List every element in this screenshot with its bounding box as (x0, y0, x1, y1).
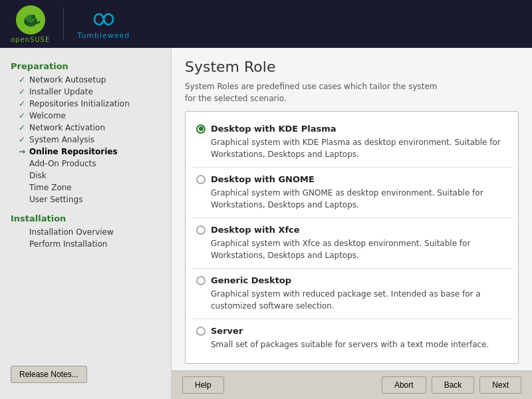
svg-point-2 (31, 15, 35, 19)
role-item-xfce[interactable]: Desktop with Xfce Graphical system with … (186, 218, 518, 268)
role-header-xfce: Desktop with Xfce (196, 225, 507, 235)
content-header: System Role System Roles are predefined … (172, 48, 532, 111)
release-notes-button[interactable]: Release Notes... (11, 366, 87, 383)
role-radio-kde[interactable] (196, 124, 205, 134)
role-item-kde-plasma[interactable]: Desktop with KDE Plasma Graphical system… (186, 117, 518, 167)
sidebar-item-installer-update[interactable]: ✓ Installer Update (0, 86, 171, 98)
sidebar-label-welcome: Welcome (29, 111, 66, 120)
check-icon: ✓ (19, 123, 25, 132)
installation-section-title: Installation (0, 211, 171, 226)
role-name-generic: Generic Desktop (211, 275, 291, 285)
sidebar-label-installer-update: Installer Update (29, 87, 93, 96)
role-item-generic-desktop[interactable]: Generic Desktop Graphical system with re… (186, 269, 518, 319)
roles-scroll[interactable]: Desktop with KDE Plasma Graphical system… (186, 112, 518, 363)
opensuse-logo: openSUSE (11, 5, 50, 43)
tumbleweed-logo: Tumbleweed (77, 9, 130, 40)
next-button[interactable]: Next (479, 376, 521, 394)
check-icon: ✓ (19, 111, 25, 120)
check-icon: ✓ (19, 87, 25, 96)
sidebar-label-repositories-init: Repositories Initialization (29, 99, 130, 108)
role-name-gnome: Desktop with GNOME (211, 174, 315, 184)
sidebar-item-disk[interactable]: Disk (0, 170, 171, 182)
role-desc-generic: Graphical system with reduced package se… (211, 288, 507, 312)
sidebar-item-time-zone[interactable]: Time Zone (0, 182, 171, 194)
role-name-xfce: Desktop with Xfce (211, 225, 300, 235)
main-layout: Preparation ✓ Network Autosetup ✓ Instal… (0, 48, 532, 399)
tumbleweed-icon (89, 9, 118, 30)
check-icon: ✓ (19, 135, 25, 144)
role-desc-gnome: Graphical system with GNOME as desktop e… (211, 187, 507, 211)
role-radio-server[interactable] (196, 327, 205, 336)
sidebar-item-add-on-products[interactable]: Add-On Products (0, 158, 171, 170)
check-icon: ✓ (19, 75, 25, 84)
preparation-section-title: Preparation (0, 59, 171, 74)
sidebar-item-perform-installation[interactable]: Perform Installation (0, 238, 171, 250)
tumbleweed-text: Tumbleweed (77, 31, 130, 40)
role-radio-generic[interactable] (196, 276, 205, 285)
role-desc-server: Small set of packages suitable for serve… (211, 338, 507, 350)
sidebar-label-network-autosetup: Network Autosetup (29, 75, 106, 84)
sidebar-label-installation-overview: Installation Overview (29, 227, 114, 237)
role-desc-kde: Graphical system with KDE Plasma as desk… (211, 136, 507, 160)
role-item-gnome[interactable]: Desktop with GNOME Graphical system with… (186, 168, 518, 217)
role-header-gnome: Desktop with GNOME (196, 174, 507, 184)
opensuse-logo-circle (16, 5, 45, 35)
back-button[interactable]: Back (432, 376, 475, 394)
check-icon: ✓ (19, 99, 25, 108)
bottom-bar: Help Abort Back Next (172, 370, 532, 399)
sidebar-footer: Release Notes... (0, 358, 171, 391)
header-divider (63, 7, 64, 41)
sidebar-item-user-settings[interactable]: User Settings (0, 194, 171, 205)
page-description: System Roles are predefined use cases wh… (185, 80, 519, 104)
svg-point-3 (25, 21, 29, 24)
role-item-server[interactable]: Server Small set of packages suitable fo… (186, 319, 518, 357)
role-desc-xfce: Graphical system with Xfce as desktop en… (211, 237, 507, 261)
sidebar-item-network-autosetup[interactable]: ✓ Network Autosetup (0, 74, 171, 86)
sidebar-label-user-settings: User Settings (29, 195, 82, 204)
role-radio-gnome[interactable] (196, 175, 205, 184)
roles-container: Desktop with KDE Plasma Graphical system… (185, 111, 519, 364)
sidebar-item-welcome[interactable]: ✓ Welcome (0, 110, 171, 122)
sidebar-item-installation-overview[interactable]: Installation Overview (0, 226, 171, 238)
role-radio-xfce[interactable] (196, 225, 205, 235)
sidebar-item-network-activation[interactable]: ✓ Network Activation (0, 122, 171, 134)
sidebar-label-time-zone: Time Zone (29, 183, 72, 192)
role-header-server: Server (196, 326, 507, 336)
role-header-generic: Generic Desktop (196, 275, 507, 285)
sidebar-label-online-repositories: Online Repositories (29, 147, 118, 156)
sidebar-label-disk: Disk (29, 171, 47, 180)
sidebar-label-add-on-products: Add-On Products (29, 159, 96, 168)
sidebar: Preparation ✓ Network Autosetup ✓ Instal… (0, 48, 172, 399)
abort-button[interactable]: Abort (382, 376, 426, 394)
arrow-icon: → (19, 147, 25, 156)
sidebar-item-system-analysis[interactable]: ✓ System Analysis (0, 134, 171, 146)
sidebar-label-system-analysis: System Analysis (29, 135, 94, 144)
sidebar-item-online-repositories[interactable]: → Online Repositories (0, 146, 171, 158)
page-title: System Role (185, 59, 519, 75)
header: openSUSE Tumbleweed (0, 0, 532, 48)
sidebar-label-perform-installation: Perform Installation (29, 239, 107, 249)
sidebar-item-repositories-init[interactable]: ✓ Repositories Initialization (0, 98, 171, 110)
opensuse-text: openSUSE (11, 36, 50, 43)
sidebar-label-network-activation: Network Activation (29, 123, 105, 132)
role-name-kde: Desktop with KDE Plasma (211, 124, 336, 134)
help-button[interactable]: Help (182, 376, 224, 394)
role-header-kde: Desktop with KDE Plasma (196, 124, 507, 134)
role-name-server: Server (211, 326, 243, 336)
content-area: System Role System Roles are predefined … (172, 48, 532, 399)
